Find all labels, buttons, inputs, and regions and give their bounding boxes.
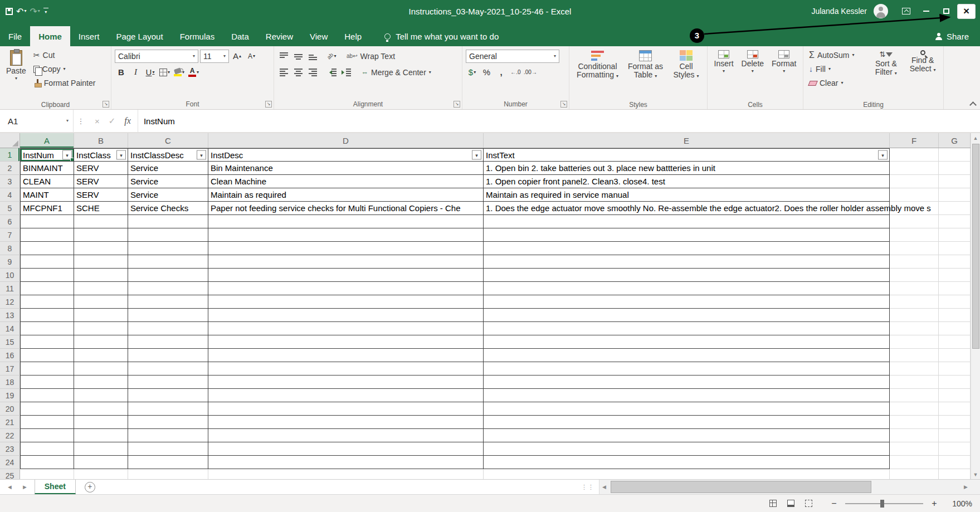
bold-button[interactable]: B <box>115 66 128 79</box>
horizontal-scrollbar-thumb[interactable] <box>611 481 871 493</box>
cell-G11[interactable] <box>939 282 971 295</box>
cell-C25[interactable] <box>128 469 208 479</box>
cell-C1[interactable]: InstClassDesc▾ <box>128 148 208 162</box>
row-header-25[interactable]: 25 <box>0 469 20 479</box>
cell-C9[interactable] <box>128 255 208 269</box>
cell-G3[interactable] <box>939 175 971 188</box>
cell-G7[interactable] <box>939 228 971 242</box>
horizontal-scrollbar-track[interactable] <box>609 480 961 494</box>
tab-page-layout[interactable]: Page Layout <box>108 26 171 46</box>
cell-E6[interactable] <box>484 215 890 228</box>
cell-B5[interactable]: SCHE <box>74 202 128 215</box>
cell-D6[interactable] <box>208 215 484 228</box>
cell-G17[interactable] <box>939 362 971 376</box>
cell-F22[interactable] <box>890 429 939 442</box>
cell-A6[interactable] <box>20 215 74 228</box>
format-cells-button[interactable]: Format ▾ <box>769 48 799 100</box>
cell-A15[interactable] <box>20 335 74 349</box>
cell-F13[interactable] <box>890 309 939 322</box>
cell-G9[interactable] <box>939 255 971 269</box>
format-cells-dropdown-icon[interactable]: ▾ <box>783 69 785 74</box>
cell-C24[interactable] <box>128 456 208 469</box>
cell-G25[interactable] <box>939 469 971 479</box>
normal-view-button[interactable] <box>766 498 779 510</box>
align-center-button[interactable] <box>292 66 305 79</box>
cell-C8[interactable] <box>128 242 208 255</box>
cell-C3[interactable]: Service <box>128 175 208 188</box>
column-header-B[interactable]: B <box>74 133 128 148</box>
cell-A9[interactable] <box>20 255 74 269</box>
cell-A4[interactable]: MAINT <box>20 188 74 202</box>
cell-A22[interactable] <box>20 429 74 442</box>
cell-G15[interactable] <box>939 335 971 349</box>
cell-D24[interactable] <box>208 456 484 469</box>
cell-G2[interactable] <box>939 162 971 175</box>
cell-A20[interactable] <box>20 402 74 416</box>
row-header-19[interactable]: 19 <box>0 389 20 402</box>
undo-button[interactable]: ↶▾ <box>16 6 26 17</box>
delete-cells-button[interactable]: Delete ▾ <box>739 48 767 100</box>
cell-A5[interactable]: MFCPNF1 <box>20 202 74 215</box>
cell-F7[interactable] <box>890 228 939 242</box>
cell-D17[interactable] <box>208 362 484 376</box>
tab-file[interactable]: File <box>0 26 30 46</box>
cell-A17[interactable] <box>20 362 74 376</box>
autosum-button[interactable]: ΣAutoSum▾ <box>807 48 866 62</box>
tab-help[interactable]: Help <box>336 26 370 46</box>
cell-B4[interactable]: SERV <box>74 188 128 202</box>
increase-font-size-button[interactable]: A▾ <box>231 50 243 62</box>
cell-F11[interactable] <box>890 282 939 295</box>
cell-C13[interactable] <box>128 309 208 322</box>
cell-G22[interactable] <box>939 429 971 442</box>
cell-G8[interactable] <box>939 242 971 255</box>
number-format-dropdown-icon[interactable]: ▾ <box>554 54 556 58</box>
cell-G1[interactable] <box>939 148 971 162</box>
cell-A3[interactable]: CLEAN <box>20 175 74 188</box>
increase-decimal-button[interactable]: ←.0 <box>509 66 522 79</box>
zoom-out-button[interactable]: − <box>828 499 840 509</box>
cell-B15[interactable] <box>74 335 128 349</box>
orientation-button[interactable]: ab▾ <box>325 50 338 62</box>
zoom-slider[interactable] <box>845 503 923 504</box>
cell-E17[interactable] <box>484 362 890 376</box>
cell-A2[interactable]: BINMAINT <box>20 162 74 175</box>
cell-G6[interactable] <box>939 215 971 228</box>
cell-E19[interactable] <box>484 389 890 402</box>
cell-A25[interactable] <box>20 469 74 479</box>
cell-E4[interactable]: Maintain as required in service manual <box>484 188 890 202</box>
cell-F19[interactable] <box>890 389 939 402</box>
row-header-23[interactable]: 23 <box>0 442 20 456</box>
cell-E11[interactable] <box>484 282 890 295</box>
cell-B21[interactable] <box>74 416 128 429</box>
cell-D16[interactable] <box>208 349 484 362</box>
cell-E20[interactable] <box>484 402 890 416</box>
zoom-in-button[interactable]: + <box>929 499 940 509</box>
cell-D21[interactable] <box>208 416 484 429</box>
customize-qat-button[interactable]: ▾ <box>43 8 48 14</box>
row-header-13[interactable]: 13 <box>0 309 20 322</box>
formula-input[interactable]: InstNum <box>138 110 980 132</box>
cell-B3[interactable]: SERV <box>74 175 128 188</box>
cell-F8[interactable] <box>890 242 939 255</box>
row-header-1[interactable]: 1 <box>0 148 20 162</box>
filter-button-InstNum[interactable]: ▾ <box>62 150 72 160</box>
cell-G23[interactable] <box>939 442 971 456</box>
accounting-format-button[interactable]: $▾ <box>466 66 479 79</box>
cell-B6[interactable] <box>74 215 128 228</box>
cut-button[interactable]: ✂Cut <box>31 48 98 62</box>
close-button[interactable]: × <box>957 4 976 19</box>
cell-C16[interactable] <box>128 349 208 362</box>
row-header-7[interactable]: 7 <box>0 228 20 242</box>
cell-B9[interactable] <box>74 255 128 269</box>
cell-F9[interactable] <box>890 255 939 269</box>
italic-button[interactable]: I <box>129 66 142 79</box>
find-select-button[interactable]: Find & Select ▾ <box>905 48 940 100</box>
number-dialog-launcher[interactable]: ↘ <box>560 101 567 108</box>
cell-D1[interactable]: InstDesc▾ <box>208 148 484 162</box>
cell-F24[interactable] <box>890 456 939 469</box>
cell-B2[interactable]: SERV <box>74 162 128 175</box>
vertical-scrollbar[interactable]: ▲ ▼ <box>971 133 980 479</box>
row-header-16[interactable]: 16 <box>0 349 20 362</box>
row-header-8[interactable]: 8 <box>0 242 20 255</box>
user-name[interactable]: Julanda Kessler <box>811 7 867 16</box>
